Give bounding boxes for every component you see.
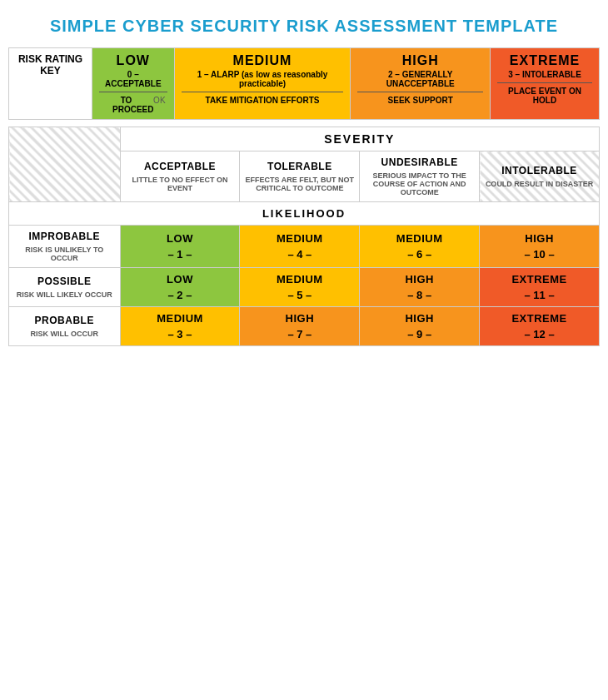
table-row: IMPROBABLE RISK IS UNLIKELY TO OCCUR LOW…: [9, 226, 600, 268]
risk-key-low: LOW 0 – ACCEPTABLE OK TO PROCEED: [92, 48, 175, 120]
cell-possible-intolerable: EXTREME – 11 –: [480, 268, 600, 307]
risk-key-label: RISK RATING KEY: [9, 48, 92, 120]
cell-probable-acceptable: MEDIUM – 3 –: [120, 307, 240, 346]
likelihood-possible: POSSIBLE RISK WILL LIKELY OCCUR: [9, 268, 121, 307]
likelihood-probable: PROBABLE RISK WILL OCCUR: [9, 307, 121, 346]
table-row: PROBABLE RISK WILL OCCUR MEDIUM – 3 – HI…: [9, 307, 600, 346]
risk-key-medium: MEDIUM 1 – ALARP (as low as reasonably p…: [174, 48, 351, 120]
cell-improbable-undesirable: MEDIUM – 6 –: [360, 226, 480, 268]
severity-intolerable: INTOLERABLE COULD RESULT IN DISASTER: [480, 151, 600, 202]
severity-tolerable: TOLERABLE EFFECTS ARE FELT, BUT NOT CRIT…: [240, 151, 360, 202]
cell-improbable-acceptable: LOW – 1 –: [120, 226, 240, 268]
severity-header: SEVERITY: [120, 127, 599, 151]
likelihood-improbable: IMPROBABLE RISK IS UNLIKELY TO OCCUR: [9, 226, 121, 268]
cell-possible-undesirable: HIGH – 8 –: [360, 268, 480, 307]
cell-probable-tolerable: HIGH – 7 –: [240, 307, 360, 346]
table-row: POSSIBLE RISK WILL LIKELY OCCUR LOW – 2 …: [9, 268, 600, 307]
cell-improbable-tolerable: MEDIUM – 4 –: [240, 226, 360, 268]
cell-probable-intolerable: EXTREME – 12 –: [480, 307, 600, 346]
risk-key-table: RISK RATING KEY LOW 0 – ACCEPTABLE OK TO…: [8, 47, 600, 120]
matrix-table: SEVERITY ACCEPTABLE LITTLE TO NO EFFECT …: [8, 127, 600, 346]
cell-probable-undesirable: HIGH – 9 –: [360, 307, 480, 346]
risk-key-extreme: EXTREME 3 – INTOLERABLE PLACE EVENT ON H…: [491, 48, 600, 120]
risk-key-high: HIGH 2 – GENERALLY UNACCEPTABLE SEEK SUP…: [351, 48, 491, 120]
severity-undesirable: UNDESIRABLE SERIOUS IMPACT TO THE COURSE…: [360, 151, 480, 202]
page-title: SIMPLE CYBER SECURITY RISK ASSESSMENT TE…: [8, 8, 600, 47]
severity-acceptable: ACCEPTABLE LITTLE TO NO EFFECT ON EVENT: [120, 151, 240, 202]
cell-possible-tolerable: MEDIUM – 5 –: [240, 268, 360, 307]
cell-possible-acceptable: LOW – 2 –: [120, 268, 240, 307]
cell-improbable-intolerable: HIGH – 10 –: [480, 226, 600, 268]
likelihood-header: LIKELIHOOD: [9, 202, 600, 226]
hatch-top-left: [9, 127, 121, 202]
